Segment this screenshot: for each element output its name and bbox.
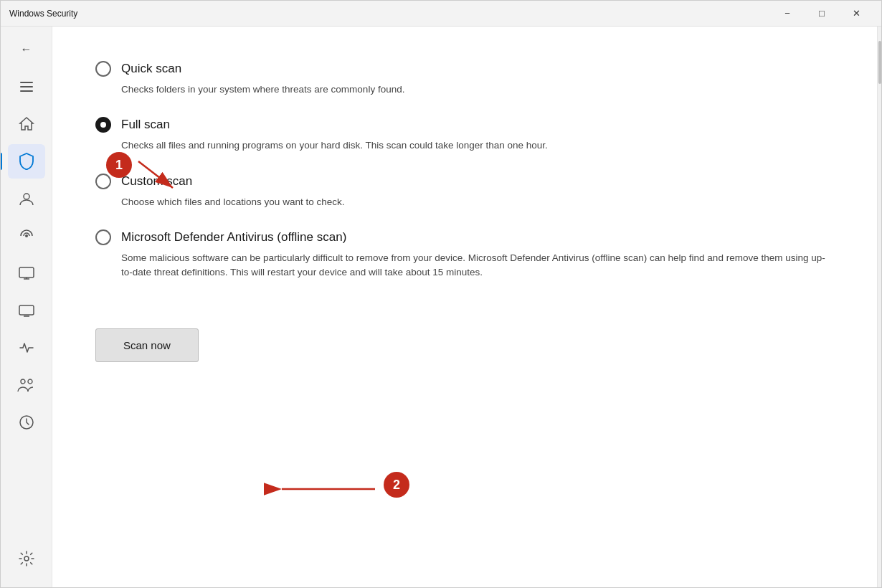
minimize-button[interactable]: − xyxy=(771,2,804,25)
quick-scan-label: Quick scan xyxy=(121,62,181,76)
offline-scan-header: Microsoft Defender Antivirus (offline sc… xyxy=(95,229,834,245)
svg-rect-1 xyxy=(20,86,33,87)
sidebar-item-back[interactable]: ← xyxy=(8,32,45,67)
svg-point-10 xyxy=(24,556,29,561)
sidebar-item-shield[interactable] xyxy=(8,144,45,179)
sidebar-item-account[interactable] xyxy=(8,181,45,216)
svg-point-3 xyxy=(24,194,29,199)
quick-scan-description: Checks folders in your system where thre… xyxy=(121,82,834,97)
svg-rect-0 xyxy=(20,82,33,83)
sidebar: ← xyxy=(1,27,52,587)
scrollbar-thumb xyxy=(878,41,881,84)
sidebar-item-home[interactable] xyxy=(8,107,45,141)
offline-scan-label: Microsoft Defender Antivirus (offline sc… xyxy=(121,230,346,245)
full-scan-label: Full scan xyxy=(121,118,170,132)
full-scan-description: Checks all files and running programs on… xyxy=(121,138,834,153)
full-scan-option: Full scan Checks all files and running p… xyxy=(95,117,834,153)
offline-scan-option: Microsoft Defender Antivirus (offline sc… xyxy=(95,229,834,280)
svg-point-8 xyxy=(28,379,32,384)
scan-now-button[interactable]: Scan now xyxy=(95,328,199,362)
close-button[interactable]: ✕ xyxy=(840,2,873,25)
full-scan-radio-inner xyxy=(100,122,106,128)
sidebar-item-history[interactable] xyxy=(8,405,45,440)
svg-rect-2 xyxy=(20,90,33,92)
custom-scan-option: Custom scan Choose which files and locat… xyxy=(95,174,834,209)
main-content: Quick scan Checks folders in your system… xyxy=(52,27,877,587)
svg-point-4 xyxy=(25,234,28,237)
custom-scan-label: Custom scan xyxy=(121,174,192,189)
sidebar-item-health[interactable] xyxy=(8,331,45,365)
quick-scan-radio[interactable] xyxy=(95,61,111,77)
svg-rect-6 xyxy=(19,305,34,315)
title-bar-controls: − □ ✕ xyxy=(771,2,873,25)
custom-scan-header: Custom scan xyxy=(95,174,834,189)
offline-scan-description: Some malicious software can be particula… xyxy=(121,251,834,280)
scrollbar-track[interactable] xyxy=(877,27,881,587)
custom-scan-radio[interactable] xyxy=(95,174,111,189)
quick-scan-header: Quick scan xyxy=(95,61,834,77)
maximize-button[interactable]: □ xyxy=(805,2,838,25)
title-bar: Windows Security − □ ✕ xyxy=(1,1,881,27)
quick-scan-option: Quick scan Checks folders in your system… xyxy=(95,61,834,97)
sidebar-bottom xyxy=(8,541,45,582)
window: Windows Security − □ ✕ ← xyxy=(0,0,882,588)
svg-rect-5 xyxy=(19,267,34,278)
window-title: Windows Security xyxy=(9,9,77,19)
svg-point-7 xyxy=(21,379,25,384)
offline-scan-radio[interactable] xyxy=(95,229,111,245)
custom-scan-description: Choose which files and locations you wan… xyxy=(121,195,834,209)
sidebar-item-device[interactable] xyxy=(8,293,45,328)
app-body: ← xyxy=(1,27,881,587)
sidebar-item-settings[interactable] xyxy=(8,541,45,576)
full-scan-header: Full scan xyxy=(95,117,834,133)
sidebar-item-family[interactable] xyxy=(8,368,45,402)
sidebar-item-app[interactable] xyxy=(8,256,45,290)
sidebar-item-network[interactable] xyxy=(8,219,45,253)
full-scan-radio[interactable] xyxy=(95,117,111,133)
sidebar-item-menu[interactable] xyxy=(8,70,45,104)
